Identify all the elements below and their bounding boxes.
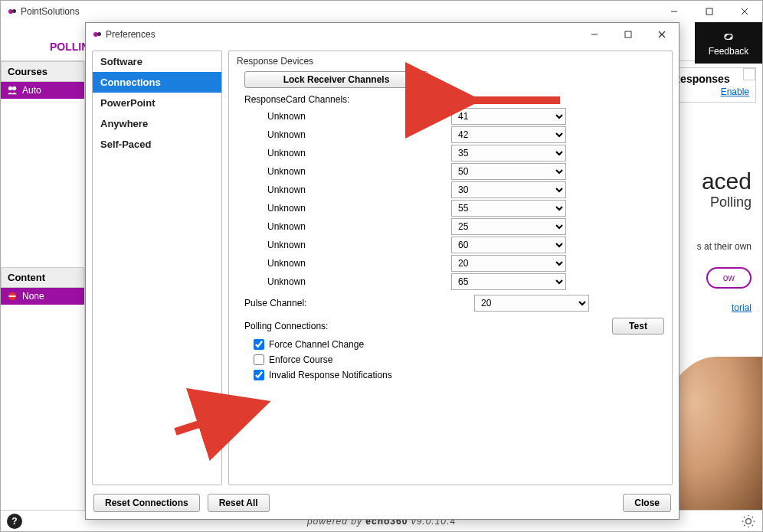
channel-label: Unknown — [237, 184, 451, 195]
channel-select[interactable]: 42 — [451, 126, 566, 143]
main-window: PointSolutions POLLING Feedback Courses — [0, 0, 763, 532]
preferences-dialog: Preferences SoftwareConnectionsPowerPoin… — [85, 22, 679, 520]
channel-row: Unknown30 — [237, 181, 664, 198]
channel-select[interactable]: 60 — [451, 237, 566, 253]
channel-label: Unknown — [237, 203, 451, 214]
channel-row: Unknown20 — [237, 255, 664, 272]
close-button[interactable]: Close — [623, 494, 671, 512]
force-channel-change-checkbox[interactable] — [254, 339, 264, 350]
pulse-channel-label: Pulse Channel: — [237, 298, 474, 308]
pref-nav-anywhere[interactable]: Anywhere — [93, 113, 221, 134]
reset-all-button[interactable]: Reset All — [208, 494, 270, 512]
pref-close-x-button[interactable] — [645, 24, 679, 45]
channel-row: Unknown60 — [237, 237, 664, 253]
channel-label: Unknown — [237, 148, 451, 158]
reset-connections-button[interactable]: Reset Connections — [93, 494, 200, 512]
channel-label: Unknown — [237, 240, 451, 250]
channel-row: Unknown25 — [237, 218, 664, 235]
polling-connections-label: Polling Connections: — [244, 321, 328, 331]
svg-rect-9 — [625, 31, 631, 38]
pref-nav-powerpoint[interactable]: PowerPoint — [93, 93, 221, 113]
pref-footer: Reset Connections Reset All Close — [86, 487, 679, 519]
channel-label: Unknown — [237, 129, 451, 140]
channel-select[interactable]: 41 — [451, 108, 566, 125]
channel-row: Unknown55 — [237, 200, 664, 217]
pref-minimize-button[interactable] — [578, 24, 611, 45]
responsecard-label: ResponseCard Channels: — [244, 94, 664, 105]
channel-row: Unknown41 — [237, 108, 664, 125]
group-title: Response Devices — [237, 56, 664, 67]
force-channel-change-label[interactable]: Force Channel Change — [269, 339, 364, 350]
channel-row: Unknown35 — [237, 145, 664, 162]
channel-select[interactable]: 25 — [451, 218, 566, 235]
pref-title: Preferences — [106, 29, 156, 40]
pref-nav-connections[interactable]: Connections — [93, 72, 221, 93]
channel-label: Unknown — [237, 276, 451, 287]
channel-select[interactable]: 30 — [451, 181, 566, 198]
pref-nav-software[interactable]: Software — [93, 51, 221, 72]
invalid-response-notifications-checkbox[interactable] — [254, 370, 264, 380]
channel-select[interactable]: 20 — [451, 255, 566, 272]
pref-maximize-button[interactable] — [611, 24, 645, 45]
channel-label: Unknown — [237, 166, 451, 177]
channel-select[interactable]: 35 — [451, 145, 566, 162]
pref-nav-self-paced[interactable]: Self-Paced — [93, 134, 221, 155]
channel-label: Unknown — [237, 111, 451, 122]
invalid-response-notifications-label[interactable]: Invalid Response Notifications — [269, 370, 392, 380]
pref-content[interactable]: Response Devices Lock Receiver Channels … — [228, 51, 673, 485]
pref-titlebar: Preferences — [86, 23, 679, 46]
enforce-course-label[interactable]: Enforce Course — [269, 354, 332, 365]
channel-select[interactable]: 50 — [451, 163, 566, 180]
test-button[interactable]: Test — [612, 318, 664, 335]
channel-row: Unknown50 — [237, 163, 664, 180]
enforce-course-checkbox[interactable] — [254, 354, 264, 365]
channel-row: Unknown42 — [237, 126, 664, 143]
lock-receiver-button[interactable]: Lock Receiver Channels — [244, 71, 428, 88]
channel-select[interactable]: 55 — [451, 200, 566, 217]
channel-label: Unknown — [237, 221, 451, 232]
pulse-channel-select[interactable]: 20 — [474, 295, 589, 312]
channel-select[interactable]: 65 — [451, 273, 566, 290]
channel-label: Unknown — [237, 258, 451, 269]
channel-row: Unknown65 — [237, 273, 664, 290]
pref-nav: SoftwareConnectionsPowerPointAnywhereSel… — [92, 51, 222, 485]
app-icon — [92, 29, 103, 40]
